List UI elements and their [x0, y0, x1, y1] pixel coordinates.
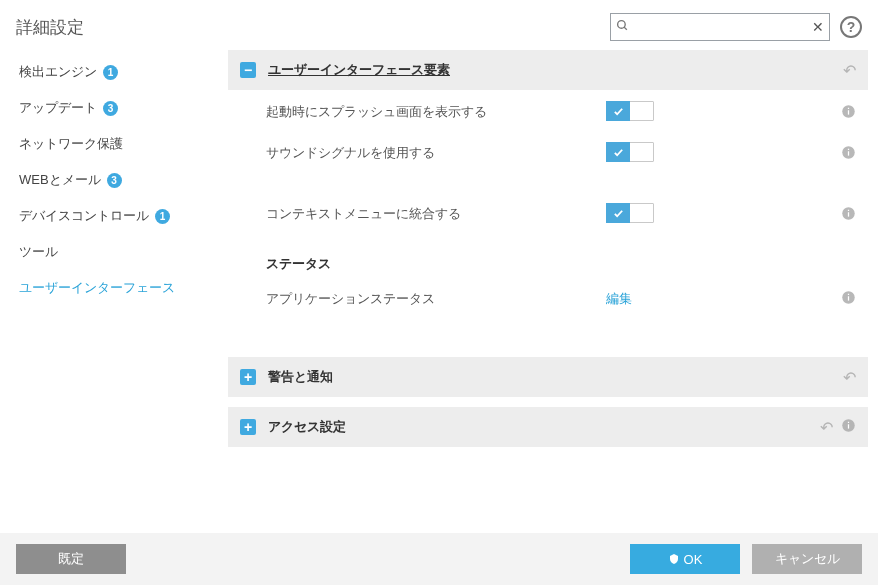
page-title: 詳細設定	[16, 16, 84, 39]
badge: 3	[107, 173, 122, 188]
undo-icon[interactable]: ↶	[843, 61, 856, 80]
checkmark-icon	[606, 142, 630, 162]
svg-rect-3	[848, 110, 849, 114]
footer: 既定 OK キャンセル	[0, 533, 878, 585]
expand-icon: +	[240, 369, 256, 385]
svg-rect-16	[848, 421, 849, 422]
sidebar-item-label: アップデート	[19, 99, 97, 117]
edit-link[interactable]: 編集	[606, 291, 632, 306]
badge: 3	[103, 101, 118, 116]
expand-icon: +	[240, 419, 256, 435]
info-icon[interactable]	[841, 290, 856, 308]
sidebar-item-tools[interactable]: ツール	[0, 234, 228, 270]
svg-line-1	[624, 27, 627, 30]
toggle-context-menu[interactable]	[606, 203, 654, 223]
checkmark-icon	[606, 203, 630, 223]
svg-rect-12	[848, 296, 849, 300]
sidebar-item-update[interactable]: アップデート 3	[0, 90, 228, 126]
svg-rect-9	[848, 212, 849, 216]
section-title: アクセス設定	[268, 418, 346, 436]
sidebar-item-label: ユーザーインターフェース	[19, 279, 175, 297]
help-icon[interactable]: ?	[840, 16, 862, 38]
checkmark-icon	[606, 101, 630, 121]
sidebar: 検出エンジン 1 アップデート 3 ネットワーク保護 WEBとメール 3 デバイ…	[0, 50, 228, 530]
info-icon[interactable]	[841, 145, 856, 163]
row-sound: サウンドシグナルを使用する	[228, 133, 868, 174]
status-heading: ステータス	[228, 235, 868, 281]
section-ui-elements[interactable]: − ユーザーインターフェース要素 ↶	[228, 50, 868, 90]
svg-rect-15	[848, 424, 849, 428]
toggle-sound[interactable]	[606, 142, 654, 162]
sidebar-item-label: ネットワーク保護	[19, 135, 123, 153]
row-label: サウンドシグナルを使用する	[266, 145, 606, 162]
row-label: アプリケーションステータス	[266, 291, 606, 308]
search-input[interactable]	[610, 13, 830, 41]
sidebar-item-device-control[interactable]: デバイスコントロール 1	[0, 198, 228, 234]
badge: 1	[155, 209, 170, 224]
sidebar-item-label: 検出エンジン	[19, 63, 97, 81]
section-alerts[interactable]: + 警告と通知 ↶	[228, 357, 868, 397]
row-app-status: アプリケーションステータス 編集	[228, 281, 868, 317]
badge: 1	[103, 65, 118, 80]
undo-icon[interactable]: ↶	[843, 368, 856, 387]
sidebar-item-detection[interactable]: 検出エンジン 1	[0, 54, 228, 90]
ok-label: OK	[684, 552, 703, 567]
sidebar-item-label: WEBとメール	[19, 171, 101, 189]
svg-rect-4	[848, 107, 849, 108]
sidebar-item-label: ツール	[19, 243, 58, 261]
svg-rect-7	[848, 148, 849, 149]
info-icon[interactable]	[841, 206, 856, 224]
ok-button[interactable]: OK	[630, 544, 740, 574]
content: − ユーザーインターフェース要素 ↶ 起動時にスプラッシュ画面を表示する サウン…	[228, 50, 878, 530]
info-icon[interactable]	[841, 104, 856, 122]
sidebar-item-webmail[interactable]: WEBとメール 3	[0, 162, 228, 198]
cancel-button[interactable]: キャンセル	[752, 544, 862, 574]
svg-point-0	[618, 21, 626, 29]
row-label: 起動時にスプラッシュ画面を表示する	[266, 104, 606, 121]
row-splash: 起動時にスプラッシュ画面を表示する	[228, 92, 868, 133]
row-context-menu: コンテキストメニューに統合する	[228, 194, 868, 235]
shield-icon	[668, 553, 680, 565]
collapse-icon: −	[240, 62, 256, 78]
section-title: ユーザーインターフェース要素	[268, 61, 450, 79]
svg-rect-10	[848, 209, 849, 210]
search-field[interactable]: ✕	[610, 13, 830, 41]
sidebar-item-ui[interactable]: ユーザーインターフェース	[0, 270, 228, 306]
toggle-splash[interactable]	[606, 101, 654, 121]
svg-rect-6	[848, 151, 849, 155]
section-access[interactable]: + アクセス設定 ↶	[228, 407, 868, 447]
section-title: 警告と通知	[268, 368, 333, 386]
sidebar-item-network[interactable]: ネットワーク保護	[0, 126, 228, 162]
close-icon[interactable]: ✕	[812, 19, 824, 35]
search-icon	[616, 19, 629, 35]
sidebar-item-label: デバイスコントロール	[19, 207, 149, 225]
undo-icon[interactable]: ↶	[820, 418, 833, 437]
info-icon[interactable]	[841, 418, 856, 437]
default-button[interactable]: 既定	[16, 544, 126, 574]
row-label: コンテキストメニューに統合する	[266, 206, 606, 223]
svg-rect-13	[848, 294, 849, 295]
